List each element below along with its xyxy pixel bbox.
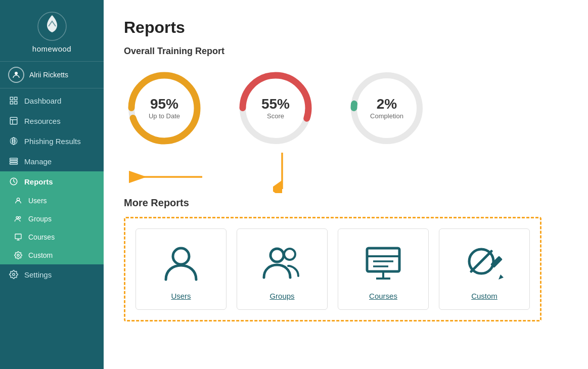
arrows-area (124, 158, 568, 193)
sidebar-user: Alrii Ricketts (0, 61, 104, 88)
phishing-icon (9, 136, 18, 146)
svg-marker-45 (499, 274, 504, 280)
svg-rect-36 (367, 248, 399, 271)
custom-sidebar-icon (14, 251, 22, 259)
gauge-score-label: Score (261, 112, 290, 120)
main-content: Reports Overall Training Report 95% Up t… (104, 0, 588, 369)
more-reports-grid: Users Groups Courses (124, 217, 541, 321)
svg-point-35 (284, 249, 295, 260)
users-card-icon (161, 243, 201, 284)
report-card-courses[interactable]: Courses (338, 228, 429, 310)
gauge-uptodate-label: Up to Date (149, 112, 180, 120)
svg-rect-11 (10, 158, 18, 160)
gauge-score: 55% Score (235, 68, 316, 149)
svg-rect-3 (15, 97, 17, 100)
gauges-row: 95% Up to Date 55% Score 2 (124, 68, 568, 149)
gauge-uptodate-center: 95% Up to Date (149, 97, 180, 120)
groups-card-icon (262, 243, 302, 284)
sidebar: homewood Alrii Ricketts Dashboard Resour… (0, 0, 104, 369)
svg-point-34 (270, 249, 284, 262)
report-card-groups[interactable]: Groups (237, 228, 328, 310)
gauge-completion-label: Completion (370, 112, 403, 120)
sidebar-item-resources[interactable]: Resources (0, 111, 104, 131)
svg-rect-12 (10, 161, 18, 162)
sidebar-item-dashboard[interactable]: Dashboard (0, 90, 104, 111)
more-reports-title: More Reports (124, 197, 568, 209)
sidebar-item-groups-label: Groups (28, 215, 52, 223)
svg-point-9 (13, 140, 15, 143)
groups-icon (14, 215, 22, 223)
svg-point-15 (17, 198, 19, 201)
gauge-uptodate-value: 95% (149, 97, 180, 112)
sidebar-item-manage-label: Manage (24, 157, 52, 166)
gauge-up-to-date: 95% Up to Date (124, 68, 205, 149)
svg-line-43 (471, 251, 491, 271)
user-name: Alrii Ricketts (29, 71, 68, 79)
svg-point-21 (17, 254, 19, 256)
svg-rect-18 (15, 234, 21, 239)
gauge-completion-value: 2% (370, 97, 403, 112)
svg-point-22 (13, 273, 15, 276)
settings-icon (9, 270, 18, 279)
users-icon (14, 197, 22, 205)
report-card-courses-label[interactable]: Courses (369, 292, 397, 300)
sidebar-item-reports-label: Reports (24, 177, 53, 186)
report-card-custom[interactable]: Custom (439, 228, 530, 310)
gauge-completion-center: 2% Completion (370, 97, 403, 120)
gauge-score-center: 55% Score (261, 97, 290, 120)
report-card-groups-label[interactable]: Groups (269, 292, 294, 300)
courses-icon (14, 233, 22, 241)
page-title: Reports (124, 18, 568, 37)
report-card-users-label[interactable]: Users (171, 292, 191, 300)
user-avatar (8, 67, 24, 83)
sidebar-item-phishing[interactable]: Phishing Results (0, 131, 104, 151)
svg-rect-2 (10, 97, 13, 100)
svg-point-16 (16, 216, 18, 218)
svg-point-10 (10, 137, 17, 145)
sidebar-logo: homewood (0, 0, 104, 61)
svg-point-17 (19, 216, 21, 218)
sidebar-item-courses-label: Courses (28, 233, 55, 241)
gauge-score-value: 55% (261, 97, 290, 112)
sidebar-item-phishing-label: Phishing Results (24, 137, 81, 146)
report-card-custom-label[interactable]: Custom (471, 292, 497, 300)
down-arrow (273, 153, 291, 193)
manage-icon (9, 157, 18, 166)
sidebar-item-groups[interactable]: Groups (0, 210, 104, 228)
sidebar-item-custom-label: Custom (28, 251, 53, 259)
sidebar-item-resources-label: Resources (24, 117, 61, 125)
report-card-users[interactable]: Users (135, 228, 227, 310)
svg-point-33 (173, 248, 189, 264)
logo-icon (37, 11, 67, 41)
courses-card-icon (363, 243, 403, 284)
sidebar-item-custom[interactable]: Custom (0, 246, 104, 264)
svg-rect-6 (10, 117, 17, 124)
dashboard-icon (9, 96, 18, 105)
sidebar-item-settings-label: Settings (24, 270, 52, 279)
left-arrow (124, 168, 205, 186)
reports-icon (9, 177, 18, 186)
resources-icon (9, 116, 18, 125)
sidebar-item-reports[interactable]: Reports (0, 171, 104, 192)
gauge-completion: 2% Completion (346, 68, 427, 149)
sidebar-item-manage[interactable]: Manage (0, 151, 104, 171)
sidebar-item-users-label: Users (28, 197, 47, 205)
sidebar-item-dashboard-label: Dashboard (24, 97, 61, 105)
svg-rect-13 (10, 163, 18, 164)
svg-rect-5 (15, 102, 17, 104)
svg-rect-4 (10, 102, 13, 104)
svg-point-1 (15, 72, 18, 75)
sidebar-item-settings[interactable]: Settings (0, 264, 104, 285)
custom-card-icon (464, 243, 505, 284)
brand-label: homewood (32, 44, 71, 53)
overall-section-title: Overall Training Report (124, 46, 568, 57)
sidebar-item-courses[interactable]: Courses (0, 228, 104, 246)
sidebar-item-users[interactable]: Users (0, 192, 104, 210)
sidebar-reports-submenu: Users Groups Courses Custom (0, 192, 104, 264)
